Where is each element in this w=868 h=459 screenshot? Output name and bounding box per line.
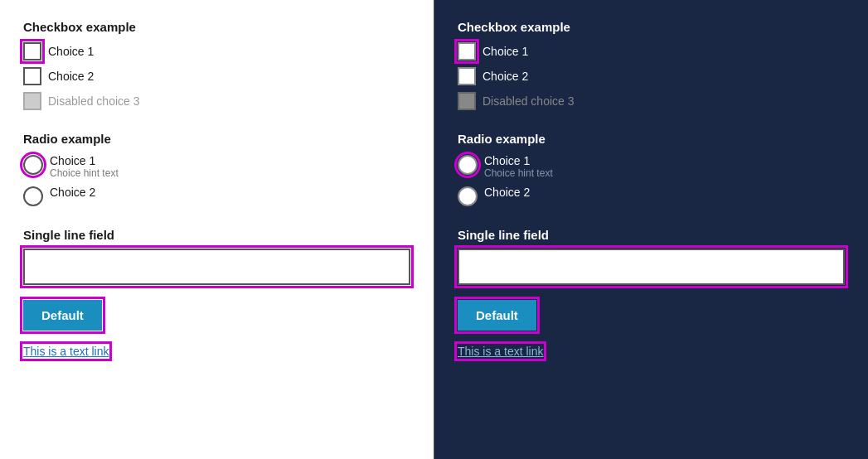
- light-radio-1[interactable]: [23, 155, 43, 175]
- light-radio-label-2: Choice 2: [50, 186, 95, 199]
- dark-checkbox-item-2: Choice 2: [458, 67, 845, 85]
- light-radio-item-2: Choice 2: [23, 186, 410, 206]
- dark-radio-title: Radio example: [458, 132, 845, 146]
- light-checkbox-label-3: Disabled choice 3: [48, 94, 140, 108]
- light-radio-item-1: Choice 1 Choice hint text: [23, 154, 410, 179]
- dark-text-input[interactable]: [458, 249, 845, 285]
- dark-field-section: Single line field: [458, 228, 845, 285]
- light-radio-label-group-1: Choice 1 Choice hint text: [50, 154, 119, 179]
- dark-radio-2[interactable]: [458, 186, 478, 206]
- dark-checkbox-item-3: Disabled choice 3: [458, 92, 845, 110]
- light-radio-label-group-2: Choice 2: [50, 186, 95, 199]
- dark-panel: Checkbox example Choice 1 Choice 2 Disab…: [434, 0, 868, 459]
- dark-checkbox-label-2: Choice 2: [482, 70, 528, 83]
- light-field-label: Single line field: [23, 228, 410, 242]
- light-checkbox-3: [23, 92, 41, 110]
- dark-checkbox-label-1: Choice 1: [482, 45, 528, 58]
- light-checkbox-item-3: Disabled choice 3: [23, 92, 410, 110]
- light-checkbox-item-1: Choice 1: [23, 42, 410, 60]
- dark-checkbox-2[interactable]: [458, 67, 476, 85]
- dark-radio-item-2: Choice 2: [458, 186, 845, 206]
- dark-radio-label-1: Choice 1: [484, 154, 553, 167]
- dark-checkbox-label-3: Disabled choice 3: [482, 94, 575, 108]
- light-default-button[interactable]: Default: [23, 300, 102, 331]
- dark-radio-hint-1: Choice hint text: [484, 167, 553, 179]
- light-checkbox-2[interactable]: [23, 67, 41, 85]
- light-radio-2[interactable]: [23, 186, 43, 206]
- dark-checkbox-3: [458, 92, 476, 110]
- dark-button-section: Default: [458, 300, 845, 331]
- light-checkbox-title: Checkbox example: [23, 20, 410, 34]
- dark-checkbox-section: Checkbox example Choice 1 Choice 2 Disab…: [458, 20, 845, 117]
- light-field-section: Single line field: [23, 228, 410, 285]
- dark-text-link[interactable]: This is a text link: [458, 345, 543, 358]
- dark-checkbox-1[interactable]: [458, 42, 476, 60]
- light-text-input[interactable]: [23, 249, 410, 285]
- dark-checkbox-title: Checkbox example: [458, 20, 845, 34]
- dark-radio-section: Radio example Choice 1 Choice hint text …: [458, 132, 845, 213]
- light-checkbox-section: Checkbox example Choice 1 Choice 2 Disab…: [23, 20, 410, 117]
- light-radio-section: Radio example Choice 1 Choice hint text …: [23, 132, 410, 213]
- dark-link-section: This is a text link: [458, 344, 845, 359]
- light-panel: Checkbox example Choice 1 Choice 2 Disab…: [0, 0, 434, 459]
- light-button-section: Default: [23, 300, 410, 331]
- light-checkbox-1[interactable]: [23, 42, 41, 60]
- light-radio-label-1: Choice 1: [50, 154, 119, 167]
- light-text-link[interactable]: This is a text link: [23, 345, 109, 358]
- light-link-section: This is a text link: [23, 344, 410, 359]
- dark-checkbox-item-1: Choice 1: [458, 42, 845, 60]
- dark-radio-item-1: Choice 1 Choice hint text: [458, 154, 845, 179]
- light-checkbox-item-2: Choice 2: [23, 67, 410, 85]
- dark-radio-label-group-2: Choice 2: [484, 186, 530, 199]
- dark-radio-label-group-1: Choice 1 Choice hint text: [484, 154, 553, 179]
- dark-radio-label-2: Choice 2: [484, 186, 530, 199]
- dark-field-label: Single line field: [458, 228, 845, 242]
- dark-default-button[interactable]: Default: [458, 300, 536, 331]
- light-checkbox-label-1: Choice 1: [48, 45, 94, 58]
- dark-radio-1[interactable]: [458, 155, 478, 175]
- light-checkbox-label-2: Choice 2: [48, 70, 94, 83]
- light-radio-title: Radio example: [23, 132, 410, 146]
- light-radio-hint-1: Choice hint text: [50, 167, 119, 179]
